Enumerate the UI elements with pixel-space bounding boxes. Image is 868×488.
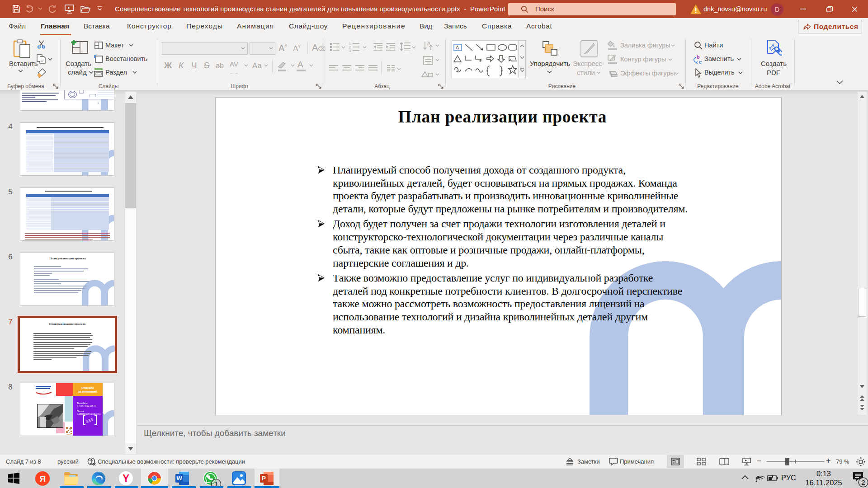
svg-text:Я: Я — [40, 474, 46, 483]
svg-text:c: c — [699, 59, 702, 64]
svg-text:2: 2 — [349, 46, 351, 49]
svg-text:2: 2 — [862, 479, 865, 486]
svg-text:3: 3 — [349, 49, 351, 52]
svg-text:1: 1 — [349, 42, 351, 45]
svg-text:W: W — [177, 475, 183, 482]
svg-text:A: A — [456, 45, 459, 50]
svg-text:P: P — [262, 475, 266, 482]
svg-text:Y: Y — [123, 473, 129, 484]
svg-text:A: A — [427, 41, 431, 46]
